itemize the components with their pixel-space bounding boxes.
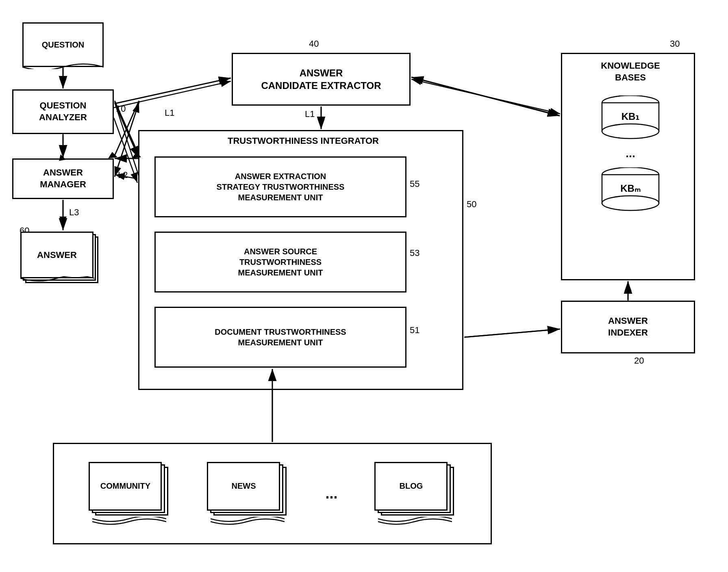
astm-label: ANSWER SOURCE TRUSTWORTHINESS MEASUREMEN… [238, 246, 323, 278]
trustworthiness-integrator-label: TRUSTWORTHINESS INTEGRATOR [228, 135, 379, 147]
svg-marker-41 [108, 152, 117, 158]
ref-30: 30 [670, 39, 680, 49]
sources-container: COMMUNITY NEWS ... [53, 443, 492, 544]
kbm-cylinder: KBₘ [598, 167, 663, 212]
answer-candidate-extractor-label: ANSWER CANDIDATE EXTRACTOR [261, 67, 381, 92]
svg-line-29 [115, 78, 231, 104]
question-analyzer-box: QUESTION ANALYZER [12, 89, 114, 134]
news-label: NEWS [231, 481, 256, 491]
ref-l1-1: L1 [165, 108, 174, 118]
answer-candidate-extractor-box: ANSWER CANDIDATE EXTRACTOR [232, 53, 411, 106]
aestm-box: ANSWER EXTRACTION STRATEGY TRUSTWORTHINE… [154, 156, 406, 217]
blog-label: BLOG [400, 481, 423, 491]
ref-l2: L2 [118, 170, 128, 180]
kb1-cylinder: KB₁ [598, 95, 663, 140]
question-box: QUESTION [22, 22, 104, 67]
community-doc: COMMUNITY [89, 462, 170, 526]
ref-51: 51 [410, 325, 419, 336]
community-label: COMMUNITY [100, 481, 150, 491]
svg-line-33 [411, 77, 560, 116]
astm-box: ANSWER SOURCE TRUSTWORTHINESS MEASUREMEN… [154, 232, 406, 292]
svg-point-22 [602, 196, 659, 210]
aestm-label: ANSWER EXTRACTION STRATEGY TRUSTWORTHINE… [217, 171, 345, 203]
answer-indexer-box: ANSWER INDEXER [561, 301, 695, 353]
question-label: QUESTION [42, 39, 84, 50]
blog-doc: BLOG [374, 462, 456, 526]
dtm-box: DOCUMENT TRUSTWORTHINESS MEASUREMENT UNI… [154, 307, 406, 368]
ref-l1-2: L1 [305, 109, 315, 119]
diagram-container: QUESTION 10 QUESTION ANALYZER ANSWER MAN… [0, 0, 728, 572]
svg-point-18 [602, 124, 659, 139]
knowledge-bases-box: KNOWLEDGE BASES KB₁ ... KBₘ [561, 53, 695, 280]
ref-55: 55 [410, 179, 419, 189]
dtm-label: DOCUMENT TRUSTWORTHINESS MEASUREMENT UNI… [215, 327, 346, 348]
ref-10: 10 [116, 104, 126, 114]
ref-40: 40 [309, 39, 319, 49]
svg-line-5 [114, 81, 231, 108]
svg-text:KB₁: KB₁ [622, 111, 640, 122]
ref-53: 53 [410, 248, 419, 258]
question-analyzer-label: QUESTION ANALYZER [39, 100, 87, 123]
knowledge-bases-title: KNOWLEDGE BASES [567, 60, 694, 83]
ref-50: 50 [467, 199, 476, 210]
svg-line-12 [411, 79, 560, 114]
svg-line-35 [465, 329, 560, 337]
ref-l3: L3 [69, 207, 79, 218]
svg-line-13 [464, 329, 560, 337]
answer-manager-label: ANSWER MANAGER [40, 167, 86, 190]
ref-20: 20 [634, 355, 644, 366]
kb-ellipsis: ... [626, 147, 635, 160]
svg-text:KBₘ: KBₘ [620, 183, 641, 194]
answer-indexer-label: ANSWER INDEXER [608, 315, 648, 338]
news-doc: NEWS [207, 462, 288, 526]
answer-manager-box: ANSWER MANAGER [12, 158, 114, 199]
svg-line-34 [411, 77, 560, 116]
answer-label: ANSWER [37, 250, 77, 260]
sources-ellipsis: ... [325, 485, 337, 502]
